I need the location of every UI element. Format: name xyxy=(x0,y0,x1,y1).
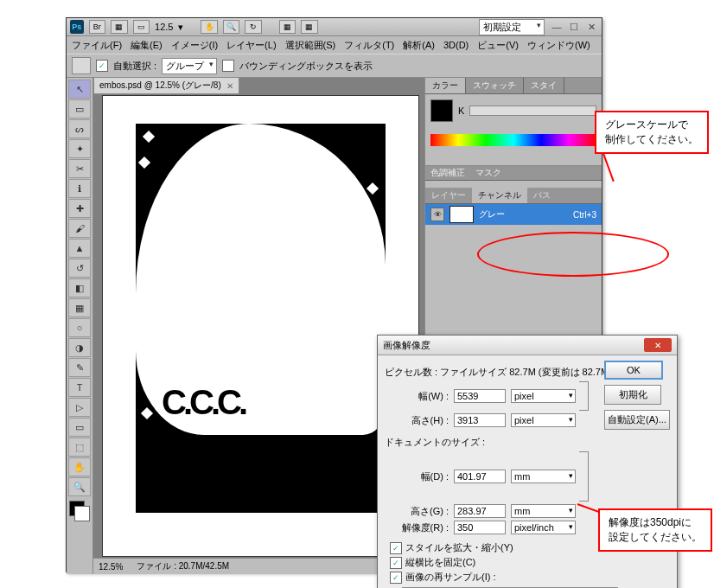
menu-file[interactable]: ファイル(F) xyxy=(72,39,122,52)
type-tool[interactable]: T xyxy=(68,378,91,397)
menu-image[interactable]: イメージ(I) xyxy=(171,39,218,52)
path-tool[interactable]: ▷ xyxy=(68,398,91,417)
menu-analysis[interactable]: 解析(A) xyxy=(403,39,435,52)
auto-select-target[interactable]: グループ xyxy=(162,58,217,74)
doc-width-label: 幅(D) : xyxy=(397,470,449,483)
dodge-tool[interactable]: ◑ xyxy=(68,338,91,357)
resolution-label: 解像度(R) : xyxy=(397,521,449,534)
status-bar: 12.5% ファイル : 20.7M/42.5M xyxy=(93,558,424,574)
artwork-logo: C.C.C. xyxy=(162,383,351,435)
maximize-icon[interactable]: ☐ xyxy=(567,21,581,33)
tab-adjustments[interactable]: 色調補正 xyxy=(425,166,470,180)
document-tab[interactable]: embos.psd @ 12.5% (グレー/8) ✕ xyxy=(93,77,239,94)
resample-check[interactable]: ✓ xyxy=(390,572,402,584)
rotate-icon[interactable]: ↻ xyxy=(245,20,262,34)
width-input[interactable]: 5539 xyxy=(454,389,506,403)
menubar: ファイル(F) 編集(E) イメージ(I) レイヤー(L) 選択範囲(S) フィ… xyxy=(67,36,602,54)
tab-color[interactable]: カラー xyxy=(425,78,466,93)
arrange-icon[interactable]: ▦ xyxy=(279,20,296,34)
auto-select-label: 自動選択 : xyxy=(113,60,156,73)
bbox-label: バウンディングボックスを表示 xyxy=(239,60,373,73)
app-icon: Ps xyxy=(70,20,84,34)
close-icon[interactable]: ✕ xyxy=(584,21,598,33)
cancel-button[interactable]: 初期化 xyxy=(604,385,661,405)
height-input[interactable]: 3913 xyxy=(454,413,506,427)
doc-width-unit[interactable]: mm xyxy=(511,470,576,483)
bridge-button[interactable]: Br xyxy=(89,20,106,34)
move-tool-icon[interactable] xyxy=(72,57,91,74)
hand-tool[interactable]: ✋ xyxy=(68,457,91,476)
menu-edit[interactable]: 編集(E) xyxy=(131,39,163,52)
zoom-tool[interactable]: 🔍 xyxy=(68,477,91,496)
gradient-tool[interactable]: ▦ xyxy=(68,298,91,317)
heal-tool[interactable]: ✚ xyxy=(68,199,91,218)
ok-button[interactable]: OK xyxy=(604,361,663,380)
menu-3d[interactable]: 3D(D) xyxy=(443,40,469,50)
pen-tool[interactable]: ✎ xyxy=(68,358,91,377)
foreground-swatch[interactable] xyxy=(430,99,453,122)
canvas[interactable]: C.C.C. xyxy=(102,95,419,557)
tab-channel[interactable]: チャンネル xyxy=(472,188,527,203)
height-unit[interactable]: pixel xyxy=(511,413,576,427)
zoom-display: 12.5 xyxy=(155,22,173,32)
tab-path[interactable]: パス xyxy=(527,188,557,203)
dialog-titlebar[interactable]: 画像解像度 ✕ xyxy=(378,336,677,355)
resolution-input[interactable]: 350 xyxy=(454,521,506,534)
screen-mode-icon[interactable]: ▭ xyxy=(133,20,150,34)
tab-layer[interactable]: レイヤー xyxy=(425,188,472,203)
status-zoom[interactable]: 12.5% xyxy=(99,562,123,572)
tab-swatch[interactable]: スウォッチ xyxy=(466,78,524,93)
doc-width-input[interactable]: 401.97 xyxy=(454,470,506,483)
titlebar: Ps Br ▦ ▭ 12.5▾ ✋ 🔍 ↻ ▦ ▦ 初期設定 — ☐ ✕ xyxy=(67,18,602,36)
dialog-close-icon[interactable]: ✕ xyxy=(644,338,672,352)
width-unit[interactable]: pixel xyxy=(511,389,576,403)
workspace-select[interactable]: 初期設定 xyxy=(479,19,545,35)
doc-height-input[interactable]: 283.97 xyxy=(454,504,506,518)
k-slider[interactable] xyxy=(469,105,596,116)
close-tab-icon[interactable]: ✕ xyxy=(226,81,233,91)
wand-tool[interactable]: ✦ xyxy=(68,139,91,158)
eraser-tool[interactable]: ◧ xyxy=(68,278,91,297)
zoom-dropdown-icon[interactable]: ▾ xyxy=(178,22,183,33)
extras-icon[interactable]: ▦ xyxy=(301,20,318,34)
brush-tool[interactable]: 🖌 xyxy=(68,219,91,238)
blur-tool[interactable]: ○ xyxy=(68,318,91,337)
tab-mask[interactable]: マスク xyxy=(470,166,507,180)
callout-resolution: 解像度は350dpiに 設定してください。 xyxy=(598,508,712,552)
channel-gray[interactable]: 👁 グレー Ctrl+3 xyxy=(425,204,602,225)
eyedropper-tool[interactable]: ℹ xyxy=(68,179,91,198)
color-ramp[interactable] xyxy=(430,134,596,146)
constrain-check[interactable]: ✓ xyxy=(390,557,402,569)
lasso-tool[interactable]: ᔕ xyxy=(68,119,91,138)
resolution-unit[interactable]: pixel/inch xyxy=(511,521,576,534)
doc-height-unit[interactable]: mm xyxy=(511,504,576,518)
marquee-tool[interactable]: ▭ xyxy=(68,99,91,118)
options-bar: ✓ 自動選択 : グループ ✓ バウンディングボックスを表示 xyxy=(67,54,602,78)
shape-tool[interactable]: ▭ xyxy=(68,418,91,437)
crop-tool[interactable]: ✂ xyxy=(68,159,91,178)
stamp-tool[interactable]: ▲ xyxy=(68,239,91,258)
history-brush-tool[interactable]: ↺ xyxy=(68,259,91,278)
bbox-check[interactable]: ✓ xyxy=(222,60,234,72)
link-icon[interactable] xyxy=(579,451,589,502)
menu-view[interactable]: ビュー(V) xyxy=(477,39,519,52)
visibility-icon[interactable]: 👁 xyxy=(430,208,444,221)
auto-button[interactable]: 自動設定(A)... xyxy=(604,410,670,430)
minimize-icon[interactable]: — xyxy=(550,21,564,33)
3d-tool[interactable]: ⬚ xyxy=(68,438,91,457)
tab-style[interactable]: スタイ xyxy=(524,78,564,93)
menu-layer[interactable]: レイヤー(L) xyxy=(226,39,276,52)
status-file: ファイル : 20.7M/42.5M xyxy=(137,560,229,572)
scale-style-check[interactable]: ✓ xyxy=(390,542,402,554)
menu-window[interactable]: ウィンドウ(W) xyxy=(527,39,590,52)
doc-arrange-icon[interactable]: ▦ xyxy=(111,20,128,34)
menu-filter[interactable]: フィルタ(T) xyxy=(344,39,394,52)
hand-icon[interactable]: ✋ xyxy=(201,20,218,34)
menu-select[interactable]: 選択範囲(S) xyxy=(285,39,336,52)
doc-height-label: 高さ(G) : xyxy=(397,505,449,518)
zoom-icon[interactable]: 🔍 xyxy=(223,20,240,34)
link-icon[interactable] xyxy=(579,381,589,411)
fg-bg-swatch[interactable] xyxy=(69,501,90,521)
auto-select-check[interactable]: ✓ xyxy=(96,60,108,72)
move-tool[interactable]: ↖ xyxy=(68,80,91,99)
